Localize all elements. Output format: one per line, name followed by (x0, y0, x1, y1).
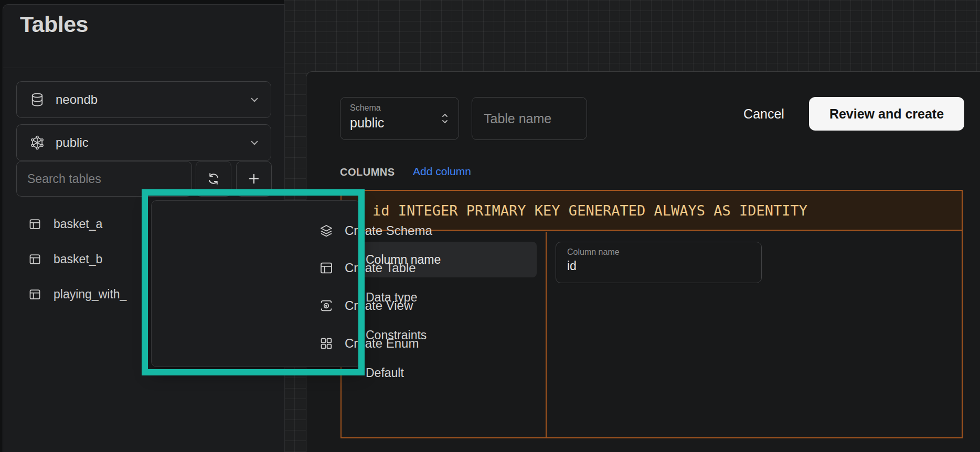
create-context-menu: Create Schema Create Table Create View (151, 200, 360, 367)
menu-item-create-enum[interactable]: Create Enum (318, 332, 507, 355)
table-icon (318, 260, 334, 276)
database-select-value: neondb (56, 92, 98, 107)
app-window: Tables neondb public (0, 0, 980, 452)
table-name-field (472, 97, 587, 140)
form-divider (546, 232, 547, 437)
table-name: basket_b (54, 252, 102, 266)
refresh-icon (206, 171, 221, 186)
column-name-field-label: Column name (567, 247, 620, 257)
nav-item-default[interactable]: Default (366, 355, 539, 391)
menu-item-label: Create Enum (345, 336, 419, 351)
add-column-link[interactable]: Add column (413, 165, 471, 178)
sidebar-divider (3, 68, 284, 68)
page-title: Tables (20, 12, 88, 37)
table-icon (28, 252, 42, 266)
menu-item-label: Create Table (345, 261, 416, 275)
schema-graph-icon (29, 135, 45, 150)
database-select[interactable]: neondb (16, 81, 271, 118)
menu-item-create-view[interactable]: Create View (318, 294, 507, 317)
schema-field-select[interactable]: Schema public (340, 97, 459, 140)
column-sql-text: id INTEGER PRIMARY KEY GENERATED ALWAYS … (372, 202, 807, 219)
schema-field-value: public (350, 115, 384, 131)
chevron-down-icon (248, 136, 261, 149)
search-input[interactable] (26, 171, 180, 187)
menu-item-label: Create View (345, 298, 413, 313)
table-icon (28, 287, 42, 302)
cancel-button[interactable]: Cancel (732, 100, 795, 128)
plus-icon (247, 171, 261, 186)
menu-item-create-table[interactable]: Create Table (318, 256, 507, 279)
schema-select-value: public (56, 135, 89, 150)
view-icon (318, 298, 334, 314)
columns-heading: COLUMNS (340, 166, 395, 178)
database-icon (29, 92, 45, 107)
enum-icon (318, 336, 334, 351)
menu-item-label: Create Schema (345, 223, 432, 238)
schema-field-label: Schema (350, 103, 381, 113)
schema-select[interactable]: public (16, 124, 271, 161)
chevron-updown-icon (439, 110, 451, 127)
table-name: playing_with_ (54, 287, 126, 302)
add-table-button[interactable] (236, 161, 272, 197)
table-icon (28, 217, 42, 231)
chevron-down-icon (248, 93, 261, 106)
table-name: basket_a (54, 217, 102, 231)
refresh-button[interactable] (196, 161, 231, 197)
column-name-field-value: id (567, 259, 577, 273)
menu-item-create-schema[interactable]: Create Schema (318, 219, 507, 242)
column-name-field[interactable]: Column name id (556, 242, 762, 283)
search-tables-field (16, 161, 192, 197)
table-name-input[interactable] (483, 111, 579, 127)
review-and-create-button[interactable]: Review and create (809, 97, 964, 131)
layers-icon (318, 223, 334, 239)
